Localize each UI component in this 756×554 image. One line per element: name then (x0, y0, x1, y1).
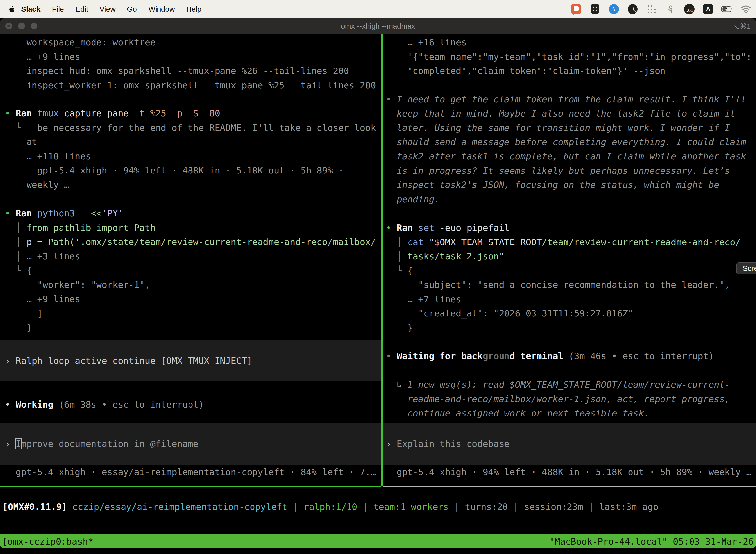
terminal-text-segment: { (407, 266, 413, 276)
terminal-text-segment: readme-and-reco/mailbox/worker-1.json, a… (386, 394, 730, 404)
terminal-text-segment: I need to get the claim token from the c… (397, 94, 746, 104)
terminal-line: … +9 lines (0, 50, 381, 64)
menu-bar-left: Slack File Edit View Go Window Help (0, 0, 207, 18)
terminal-line: • Working (6m 38s • esc to interrupt) (0, 397, 381, 412)
terminal-text-segment: 'PY' (102, 208, 123, 218)
output-block: • Ran set -euo pipefail │ cat "$OMX_TEAM… (383, 221, 756, 335)
terminal-text-segment: └ (5, 265, 26, 276)
wifi-icon[interactable] (740, 3, 752, 15)
terminal-text-segment: '{"team_name":"my-team","task_id":"1","f… (386, 52, 752, 62)
terminal-text-segment: │ (386, 251, 407, 261)
output-block: • Ran tmux capture-pane -t %25 -p -S -80… (0, 106, 381, 192)
window-titlebar[interactable]: omx --xhigh --madmax ⌥⌘1 (0, 18, 756, 34)
menu-bar-status-icons: ϟ § ..61 A (570, 0, 752, 18)
terminal-line: ↳ 1 new msg(s): read $OMX_TEAM_STATE_ROO… (383, 378, 756, 392)
terminal-line: } (383, 321, 756, 335)
terminal-text-segment: • (5, 108, 16, 118)
terminal-text-segment: << (91, 208, 102, 218)
terminal-text-segment: - (80, 208, 91, 218)
terminal-text-segment: "subject": "send a concise recommendatio… (386, 280, 730, 290)
terminal-line: › Ralph loop active continue [OMX_TMUX_I… (0, 354, 381, 368)
tmux-pane-left[interactable]: workspace_mode: worktree … +9 lines insp… (0, 34, 381, 486)
tmux-terminal: workspace_mode: worktree … +9 lines insp… (0, 34, 756, 486)
desktop: Slack File Edit View Go Window Help ϟ § … (0, 0, 756, 554)
terminal-text-segment: should send a message before completing … (386, 137, 746, 147)
terminal-line: inspect task2's JSON, focusing on the st… (383, 178, 756, 192)
terminal-text-segment: • (386, 223, 397, 233)
terminal-text-segment: %25 (150, 108, 172, 118)
terminal-line: └ be necessary for the end of the README… (0, 121, 381, 135)
window-title: omx --xhigh --madmax (0, 18, 756, 34)
blue-bolt-icon[interactable]: ϟ (608, 3, 620, 15)
terminal-line: │ … +3 lines (0, 249, 381, 264)
hud-segment: | (588, 502, 599, 512)
menu-item-file[interactable]: File (46, 0, 69, 18)
terminal-line: │ cat "$OMX_TEAM_STATE_ROOT/team/review-… (383, 235, 756, 250)
tmux-host-clock-label: "MacBook-Pro-44.local" 05:03 31-Mar-26 (549, 536, 754, 547)
dots-grid-icon[interactable] (646, 3, 657, 15)
shield-grid-icon[interactable] (589, 3, 601, 15)
battery-charging-icon[interactable] (721, 3, 733, 15)
hud-segment: team:1 workers (374, 502, 454, 512)
squiggle-icon[interactable]: § (665, 3, 676, 15)
hud-segment: ralph:1/10 (304, 502, 363, 512)
input-source-a-icon[interactable]: A (702, 3, 714, 15)
terminal-line: continue assigned work or next feasible … (383, 406, 756, 421)
input-band[interactable]: › Explain this codebase (383, 423, 756, 465)
terminal-text-segment: -80 (204, 108, 220, 118)
terminal-line: └ { (383, 264, 756, 278)
terminal-text-segment: Working (16, 399, 59, 409)
screenshot-tooltip-label: Scre (743, 264, 756, 273)
output-block: • Working (6m 38s • esc to interrupt) (0, 397, 381, 412)
terminal-text-segment: … +9 lines (5, 52, 80, 62)
terminal-line: later. Using the same for transition mig… (383, 121, 756, 135)
apple-menu-icon[interactable] (9, 5, 15, 13)
terminal-text-segment: inspect task2's JSON, focusing on the st… (386, 180, 719, 190)
terminal-line: keep that in mind. Maybe I also need the… (383, 107, 756, 121)
menu-item-view[interactable]: View (94, 0, 121, 18)
terminal-text-segment: cat (407, 237, 429, 247)
terminal-line: "subject": "send a concise recommendatio… (383, 278, 756, 292)
terminal-text-segment: task2 after task1 is complete, but can I… (386, 151, 746, 161)
terminal-text-segment: -p (172, 108, 188, 118)
pane-divider-vertical[interactable] (381, 34, 383, 486)
terminal-line: │ from pathlib import Path (0, 221, 381, 235)
terminal-text-segment: set (418, 223, 440, 233)
terminal-text-segment: keep that in mind. Maybe I also need the… (386, 108, 736, 119)
hud-segment: cczip/essay/ai-reimplementation-copyleft (72, 502, 293, 512)
terminal-line: } (0, 321, 381, 335)
terminal-text-segment: (3m 46s • esc to interrupt) (569, 351, 714, 361)
input-band[interactable]: › Improve documentation in @filename (0, 423, 381, 465)
menu-item-window[interactable]: Window (143, 0, 181, 18)
terminal-line: inspect_worker-1: omx sparkshell --tmux-… (0, 78, 381, 93)
terminal-line: … +9 lines (0, 292, 381, 306)
tmux-session-label[interactable]: [omx-cczip0:bash* (2, 536, 93, 547)
menu-item-edit[interactable]: Edit (70, 0, 94, 18)
terminal-line: gpt-5.4 xhigh · 94% left · 488K in · 5.1… (383, 465, 756, 479)
terminal-text-segment: mprove documentation in @filename (21, 439, 198, 449)
terminal-text-segment: -euo pipefail (440, 223, 510, 233)
terminal-text-segment: python3 (37, 208, 80, 218)
input-band[interactable]: › Ralph loop active continue [OMX_TMUX_I… (0, 340, 381, 382)
menu-item-slack[interactable]: Slack (15, 0, 46, 18)
chat-app-icon[interactable] (570, 3, 582, 15)
tmux-pane-right[interactable]: … +16 lines '{"team_name":"my-team","tas… (383, 34, 756, 486)
dark-crescent-icon[interactable] (627, 3, 638, 15)
terminal-line: │ p = Path('.omx/state/team/review-curre… (0, 235, 381, 249)
terminal-line: gpt-5.4 xhigh · essay/ai-reimplementatio… (0, 465, 381, 479)
window-shortcut-label: ⌥⌘1 (732, 18, 751, 34)
terminal-text-segment: " (429, 237, 434, 247)
terminal-text-segment: • (386, 94, 397, 104)
terminal-text-segment: gpt-5.4 xhigh · 94% left · 488K in · 5.1… (5, 165, 343, 175)
terminal-text-segment: OMX_TEAM_STATE_ROOT (440, 237, 542, 247)
terminal-line: workspace_mode: worktree (0, 35, 381, 50)
terminal-line: • Ran python3 - <<'PY' (0, 206, 381, 221)
badge-61-icon[interactable]: ..61 (684, 3, 695, 15)
apple-logo-icon (9, 5, 15, 13)
terminal-text-segment: inspect_hud: omx sparkshell --tmux-pane … (5, 66, 349, 76)
menu-item-help[interactable]: Help (181, 0, 207, 18)
output-block: • Ran python3 - <<'PY' │ from pathlib im… (0, 206, 381, 335)
terminal-text-segment: be necessary for the end of the README. … (37, 123, 376, 133)
menu-item-go[interactable]: Go (121, 0, 143, 18)
terminal-text-segment: pending. (386, 194, 440, 204)
